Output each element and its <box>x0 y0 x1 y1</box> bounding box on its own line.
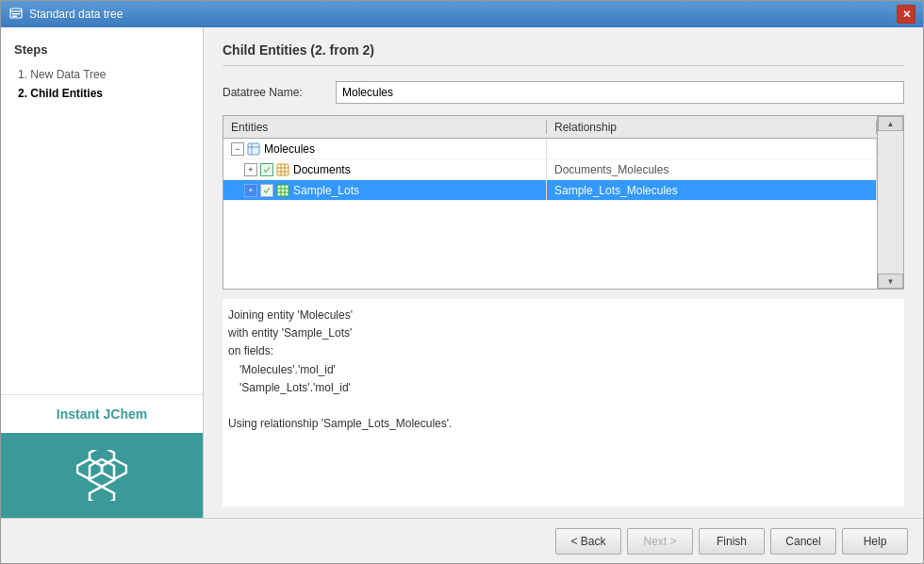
footer-bar: < Back Next > Finish Cancel Help <box>1 518 923 563</box>
table-row[interactable]: − Molecules <box>223 139 877 159</box>
step-1: 1. New Data Tree <box>14 68 190 81</box>
info-line-2: with entity 'Sample_Lots' <box>228 324 899 342</box>
sample-lots-grid-icon <box>276 184 289 197</box>
steps-title: Steps <box>14 42 190 57</box>
sample-lots-entity-cell: + <box>223 180 547 200</box>
cancel-button[interactable]: Cancel <box>770 528 836 555</box>
expand-molecules-icon[interactable]: − <box>231 142 244 156</box>
steps-section: Steps 1. New Data Tree 2. Child Entities <box>1 27 203 394</box>
info-line-6: Using relationship 'Sample_Lots_Molecule… <box>228 415 899 433</box>
close-button[interactable]: ✕ <box>897 5 916 24</box>
svg-rect-17 <box>277 164 289 175</box>
step-1-label: New Data Tree <box>30 68 106 81</box>
molecules-rel-cell <box>547 139 877 158</box>
molecules-icon <box>247 142 260 156</box>
documents-grid-icon <box>276 163 289 176</box>
tree-table-header: Entities Relationship <box>223 116 903 139</box>
window-title: Standard data tree <box>29 8 123 21</box>
molecules-entity-cell: − Molecules <box>223 139 547 158</box>
main-panel: Child Entities (2. from 2) Datatree Name… <box>204 27 923 518</box>
title-bar-left: Standard data tree <box>8 7 123 22</box>
scrollbar: ▲ ▼ <box>877 116 903 289</box>
scroll-track <box>878 131 903 274</box>
datatree-name-input[interactable] <box>336 81 904 104</box>
documents-label: Documents <box>293 163 351 176</box>
finish-button[interactable]: Finish <box>699 528 765 555</box>
step-2-number: 2. <box>18 87 27 100</box>
info-line-blank <box>228 397 899 415</box>
help-button[interactable]: Help <box>842 528 908 555</box>
scroll-up[interactable]: ▲ <box>878 116 903 131</box>
info-line-3: on fields: <box>228 342 899 360</box>
sample-lots-checkbox[interactable] <box>260 184 273 197</box>
expand-sample-lots-icon[interactable]: + <box>244 184 257 197</box>
main-window: Standard data tree ✕ Steps 1. New Data T… <box>0 0 924 564</box>
brand-name: Instant JChem <box>1 394 203 433</box>
content-area: Steps 1. New Data Tree 2. Child Entities… <box>1 27 923 518</box>
sidebar: Steps 1. New Data Tree 2. Child Entities… <box>1 27 204 518</box>
step-1-number: 1. <box>18 68 27 81</box>
documents-entity-cell: + <box>223 159 547 179</box>
tree-table: Entities Relationship <box>223 115 904 290</box>
documents-checkbox[interactable] <box>260 163 273 176</box>
sample-lots-rel-text: Sample_Lots_Molecules <box>554 184 678 197</box>
col-relationship-header: Relationship <box>547 121 877 134</box>
scroll-down[interactable]: ▼ <box>878 274 903 289</box>
svg-rect-22 <box>277 185 289 196</box>
svg-rect-14 <box>248 143 259 155</box>
expand-documents-icon[interactable]: + <box>244 163 257 176</box>
col-entities-header: Entities <box>223 121 547 134</box>
title-bar: Standard data tree ✕ <box>1 1 923 27</box>
documents-rel-cell: Documents_Molecules <box>547 159 877 179</box>
hex-icon <box>76 450 127 501</box>
window-icon <box>8 7 24 22</box>
step-2-label: Child Entities <box>30 87 103 100</box>
documents-rel-text: Documents_Molecules <box>554 163 668 176</box>
info-box: Joining entity 'Molecules' with entity '… <box>223 299 904 506</box>
step-2: 2. Child Entities <box>14 87 190 100</box>
sidebar-logo <box>1 433 203 518</box>
molecules-label: Molecules <box>264 142 315 156</box>
info-line-4: 'Molecules'.'mol_id' <box>228 361 899 379</box>
table-row[interactable]: + <box>223 180 877 201</box>
svg-rect-3 <box>12 16 17 18</box>
next-button[interactable]: Next > <box>627 528 693 555</box>
table-row[interactable]: + <box>223 159 877 180</box>
datatree-name-label: Datatree Name: <box>223 86 336 99</box>
svg-rect-2 <box>12 13 20 15</box>
sample-lots-label: Sample_Lots <box>293 184 359 197</box>
section-header: Child Entities (2. from 2) <box>223 42 904 66</box>
datatree-name-row: Datatree Name: <box>223 81 904 104</box>
sample-lots-rel-cell: Sample_Lots_Molecules <box>547 180 877 200</box>
tree-body: − Molecules <box>223 139 903 289</box>
back-button[interactable]: < Back <box>555 528 621 555</box>
svg-marker-6 <box>90 487 114 501</box>
info-line-5: 'Sample_Lots'.'mol_id' <box>228 379 899 397</box>
info-line-1: Joining entity 'Molecules' <box>228 307 899 324</box>
